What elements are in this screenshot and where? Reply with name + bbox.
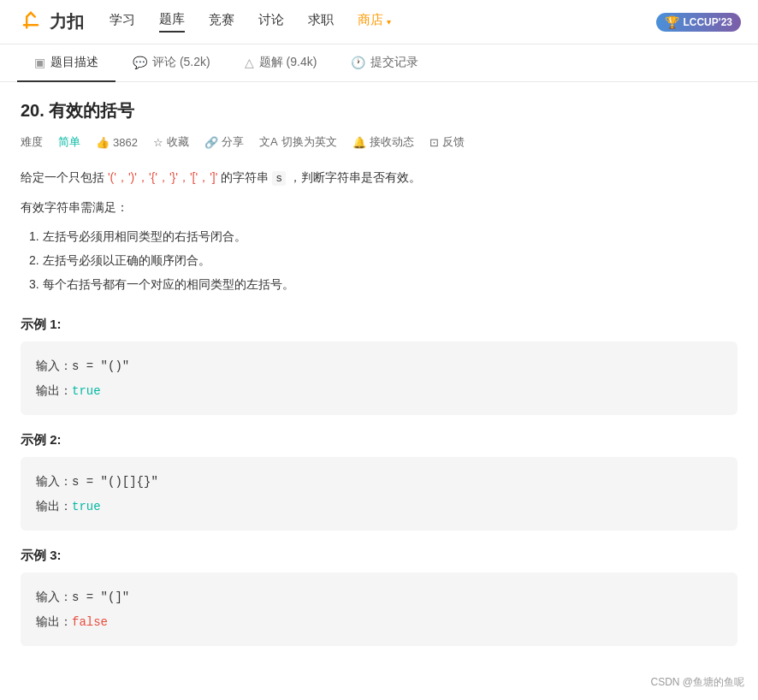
example-1-output-value: true [72, 384, 101, 398]
example-2-output-label: 输出： [36, 499, 72, 513]
nav-item-store: 商店 [358, 12, 383, 32]
problem-name: 有效的括号 [49, 101, 134, 120]
example-3-input-label: 输入： [36, 590, 72, 603]
tab-comments[interactable]: 💬 评论 (5.2k) [115, 44, 228, 82]
example-3-output-value: false [72, 615, 108, 629]
like-count: 3862 [113, 136, 138, 149]
feedback-button[interactable]: ⊡ 反馈 [429, 134, 465, 150]
logo-text: 力扣 [50, 10, 84, 33]
constraint-1: 左括号必须用相同类型的右括号闭合。 [29, 224, 737, 248]
notification-label: 接收动态 [370, 134, 414, 150]
clock-icon: 🕐 [351, 56, 365, 69]
example-2-input: 输入：s = "()[]{}" [36, 469, 722, 494]
problem-number: 20 [21, 101, 39, 120]
nav-item-discuss[interactable]: 讨论 [258, 12, 284, 32]
share-icon: 🔗 [204, 136, 218, 149]
share-button[interactable]: 🔗 分享 [204, 134, 244, 150]
like-icon: 👍 [96, 136, 110, 149]
example-1-output: 输出：true [36, 378, 722, 403]
share-label: 分享 [222, 134, 244, 150]
example-2-title: 示例 2: [21, 432, 737, 448]
tab-description-label: 题目描述 [50, 55, 98, 70]
problem-meta: 难度 简单 👍 3862 ☆ 收藏 🔗 分享 文A 切换为英文 🔔 接收动态 ⊡… [21, 134, 737, 150]
nav-item-contest[interactable]: 竞赛 [209, 12, 234, 32]
example-3-output-label: 输出： [36, 614, 72, 628]
example-2-input-value: s = "()[]{}" [72, 475, 158, 489]
example-2-output: 输出：true [36, 494, 722, 519]
problem-tabs: ▣ 题目描述 💬 评论 (5.2k) △ 题解 (9.4k) 🕐 提交记录 [0, 44, 758, 82]
example-3-output: 输出：false [36, 609, 722, 634]
like-button[interactable]: 👍 3862 [96, 136, 138, 149]
solutions-icon: △ [245, 56, 254, 69]
difficulty-label: 难度 [21, 134, 43, 150]
example-2-box: 输入：s = "()[]{}" 输出：true [21, 457, 737, 531]
nav-item-learn[interactable]: 学习 [110, 12, 135, 32]
header: 力扣 学习 题库 竞赛 讨论 求职 商店 ▾ 🏆 LCCUP'23 [0, 0, 758, 44]
lccup-badge[interactable]: 🏆 LCCUP'23 [656, 13, 741, 32]
example-3-title: 示例 3: [21, 548, 737, 564]
example-2-input-label: 输入： [36, 474, 72, 488]
star-button[interactable]: ☆ 收藏 [153, 134, 189, 150]
notification-button[interactable]: 🔔 接收动态 [352, 134, 414, 150]
watermark: CSDN @鱼塘的鱼呢 [650, 675, 744, 679]
example-3-input-value: s = "(]" [72, 590, 129, 604]
logo[interactable]: 力扣 [17, 9, 84, 36]
feedback-icon: ⊡ [429, 136, 439, 149]
tab-submissions[interactable]: 🕐 提交记录 [334, 44, 435, 82]
example-3-box: 输入：s = "(]" 输出：false [21, 572, 737, 646]
badge-label: LCCUP'23 [683, 16, 732, 28]
constraint-2: 左括号必须以正确的顺序闭合。 [29, 248, 737, 272]
comments-icon: 💬 [133, 56, 147, 69]
nav-store[interactable]: 商店 ▾ [358, 12, 391, 32]
lang-switch-button[interactable]: 文A 切换为英文 [259, 134, 337, 150]
problem-description: 给定一个只包括 '('，')'，'{'，'}'，'['，']' 的字符串 s ，… [21, 167, 737, 188]
example-1-box: 输入：s = "()" 输出：true [21, 341, 737, 415]
example-1-title: 示例 1: [21, 317, 737, 333]
example-2-output-value: true [72, 500, 101, 513]
example-1-input: 输入：s = "()" [36, 353, 722, 378]
lang-label: 切换为英文 [281, 134, 337, 150]
lang-icon: 文A [259, 134, 278, 150]
description-icon: ▣ [34, 56, 45, 69]
example-1-output-label: 输出： [36, 383, 72, 397]
trophy-icon: 🏆 [665, 15, 679, 29]
tab-solutions[interactable]: △ 题解 (9.4k) [228, 44, 335, 82]
tab-submissions-label: 提交记录 [370, 55, 418, 70]
example-3-input: 输入：s = "(]" [36, 584, 722, 609]
constraints-title: 有效字符串需满足： [21, 200, 737, 216]
bracket-chars: '('，')'，'{'，'}'，'['，']' [108, 170, 218, 184]
bell-icon: 🔔 [352, 136, 366, 149]
difficulty-value: 简单 [58, 134, 80, 150]
chevron-down-icon: ▾ [387, 17, 391, 27]
problem-content: 20. 有效的括号 难度 简单 👍 3862 ☆ 收藏 🔗 分享 文A 切换为英… [0, 82, 758, 679]
constraint-3: 每个右括号都有一个对应的相同类型的左括号。 [29, 272, 737, 296]
tab-solutions-label: 题解 (9.4k) [259, 55, 317, 70]
problem-title: 20. 有效的括号 [21, 99, 737, 122]
main-nav: 学习 题库 竞赛 讨论 求职 商店 ▾ [110, 11, 656, 33]
nav-item-problems[interactable]: 题库 [159, 11, 185, 33]
nav-item-jobs[interactable]: 求职 [308, 12, 334, 32]
tab-comments-label: 评论 (5.2k) [152, 55, 210, 70]
feedback-label: 反馈 [442, 134, 465, 150]
star-label: 收藏 [167, 134, 189, 150]
example-1-input-label: 输入： [36, 359, 72, 372]
constraints-list: 左括号必须用相同类型的右括号闭合。 左括号必须以正确的顺序闭合。 每个右括号都有… [21, 224, 737, 296]
star-icon: ☆ [153, 136, 163, 149]
tab-description[interactable]: ▣ 题目描述 [17, 44, 115, 82]
example-1-input-value: s = "()" [72, 359, 129, 373]
logo-icon [17, 9, 44, 36]
